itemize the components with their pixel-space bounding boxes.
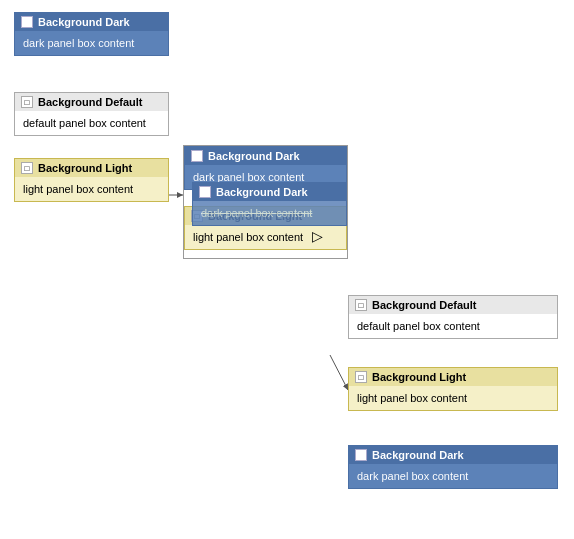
panel-default-3-title: Background Default bbox=[372, 299, 477, 311]
panel-default-1: □ Background Default default panel box c… bbox=[14, 92, 169, 136]
panel-light-1-header: □ Background Light bbox=[15, 159, 168, 177]
panel-dark-4-title: Background Dark bbox=[372, 449, 464, 461]
panel-default-3-body: default panel box content bbox=[349, 314, 557, 338]
panel-dark-3-header: □ Background Dark bbox=[193, 183, 346, 201]
panel-icon: □ bbox=[191, 150, 203, 162]
panel-default-3-header: □ Background Default bbox=[349, 296, 557, 314]
panel-dark-1: □ Background Dark dark panel box content bbox=[14, 12, 169, 56]
panel-icon: □ bbox=[355, 299, 367, 311]
panel-light-3: □ Background Light light panel box conte… bbox=[348, 367, 558, 411]
panel-icon: □ bbox=[21, 16, 33, 28]
panel-dark-3-body: dark panel box content bbox=[193, 201, 346, 225]
panel-dark-1-header: □ Background Dark bbox=[15, 13, 168, 31]
panel-dark-3-title: Background Dark bbox=[216, 186, 308, 198]
panel-dark-2-title: Background Dark bbox=[208, 150, 300, 162]
panel-default-1-body: default panel box content bbox=[15, 111, 168, 135]
panel-dark-1-body: dark panel box content bbox=[15, 31, 168, 55]
panel-default-1-title: Background Default bbox=[38, 96, 143, 108]
panel-icon: □ bbox=[21, 162, 33, 174]
panel-dark-3: □ Background Dark dark panel box content bbox=[192, 182, 347, 226]
panel-default-3: □ Background Default default panel box c… bbox=[348, 295, 558, 339]
svg-line-1 bbox=[330, 355, 348, 390]
panel-light-3-title: Background Light bbox=[372, 371, 466, 383]
panel-light-2-body: light panel box content bbox=[185, 225, 346, 249]
panel-dark-1-title: Background Dark bbox=[38, 16, 130, 28]
panel-icon: □ bbox=[21, 96, 33, 108]
panel-default-1-header: □ Background Default bbox=[15, 93, 168, 111]
panel-dark-4-body: dark panel box content bbox=[349, 464, 557, 488]
panel-dark-4: □ Background Dark dark panel box content bbox=[348, 445, 558, 489]
panel-dark-4-header: □ Background Dark bbox=[349, 446, 557, 464]
panel-dark-2-header: □ Background Dark bbox=[185, 147, 346, 165]
panel-light-3-body: light panel box content bbox=[349, 386, 557, 410]
panel-light-3-header: □ Background Light bbox=[349, 368, 557, 386]
panel-icon: □ bbox=[199, 186, 211, 198]
panel-light-1-title: Background Light bbox=[38, 162, 132, 174]
panel-light-1: □ Background Light light panel box conte… bbox=[14, 158, 169, 202]
panel-icon: □ bbox=[355, 371, 367, 383]
panel-icon: □ bbox=[355, 449, 367, 461]
panel-light-1-body: light panel box content bbox=[15, 177, 168, 201]
